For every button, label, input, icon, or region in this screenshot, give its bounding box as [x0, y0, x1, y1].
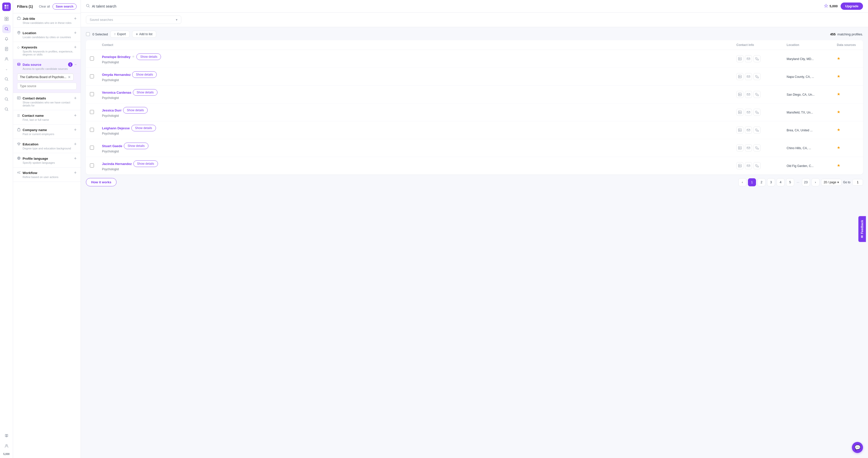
linkedin-icon-4[interactable] — [736, 127, 743, 134]
clear-all-button[interactable]: Clear all — [39, 5, 50, 8]
how-it-works-button[interactable]: How it works — [86, 178, 117, 186]
email-icon-6[interactable] — [745, 162, 752, 169]
contact-name-4[interactable]: Leighann Dejesse — [102, 126, 130, 130]
linkedin-icon-3[interactable] — [736, 109, 743, 116]
prev-page-button[interactable]: ‹ — [738, 178, 746, 186]
sidebar-icon-search[interactable] — [2, 25, 11, 33]
show-details-button-2[interactable]: Show details — [133, 89, 157, 96]
add-to-list-button[interactable]: ≡ Add to list — [132, 31, 156, 38]
filter-location-add[interactable]: + — [74, 31, 76, 35]
select-all-checkbox[interactable] — [86, 32, 90, 36]
phone-icon-5[interactable] — [753, 144, 761, 152]
sidebar-icon-doc[interactable] — [2, 45, 11, 53]
page-2-button[interactable]: 2 — [757, 178, 766, 186]
sidebar-icon-search4[interactable] — [2, 95, 11, 103]
linkedin-icon-6[interactable] — [736, 162, 743, 169]
linkedin-icon-2[interactable] — [736, 91, 743, 98]
sidebar-icon-person2[interactable] — [2, 442, 11, 450]
filter-contact-details-add[interactable]: + — [74, 96, 76, 100]
phone-icon-0[interactable] — [753, 55, 761, 62]
filter-item-keywords[interactable]: ◇ Keywords + Specific keywords in profil… — [13, 42, 81, 59]
email-icon-1[interactable] — [745, 73, 752, 80]
export-button[interactable]: ↑ Export — [110, 31, 130, 38]
filter-item-contact-details[interactable]: Contact details + Show candidates who we… — [13, 93, 81, 110]
filter-item-data-source[interactable]: Data source 1 − Access to specific candi… — [13, 59, 81, 73]
contact-name-1[interactable]: Omyda Hernandez — [102, 73, 131, 76]
filter-profile-language-add[interactable]: + — [74, 156, 76, 161]
sidebar-icon-bell[interactable] — [2, 35, 11, 43]
filter-job-title-add[interactable]: + — [74, 16, 76, 21]
contact-name-2[interactable]: Veronica Cardenas — [102, 91, 131, 94]
upgrade-button[interactable]: Upgrade — [841, 2, 863, 10]
filter-item-education[interactable]: Education + Degree type and education ba… — [13, 139, 81, 153]
filter-workflow-add[interactable]: + — [74, 170, 76, 175]
sidebar-icon-grid[interactable] — [2, 14, 11, 23]
saved-searches-select[interactable]: Saved searches ▾ — [86, 15, 181, 24]
filter-item-workflow[interactable]: Workflow + Refine based on user actions — [13, 167, 81, 182]
filter-datasource-collapse[interactable]: − — [74, 63, 76, 67]
show-details-button-6[interactable]: Show details — [133, 160, 158, 167]
svg-rect-52 — [739, 112, 739, 113]
email-icon-4[interactable] — [745, 127, 752, 134]
filter-company-name-add[interactable]: + — [74, 128, 76, 132]
phone-icon-4[interactable] — [753, 127, 761, 134]
page-23-button[interactable]: 23 — [802, 178, 810, 186]
row-checkbox-5[interactable] — [90, 145, 94, 150]
sidebar-icon-search2[interactable] — [2, 75, 11, 84]
show-details-button-5[interactable]: Show details — [124, 143, 149, 149]
per-page-select[interactable]: 20 / page ▾ — [821, 179, 842, 186]
sidebar-icon-chevron[interactable]: ⌄ — [2, 65, 11, 73]
show-details-button-4[interactable]: Show details — [131, 125, 156, 131]
email-icon-0[interactable] — [745, 55, 752, 62]
email-icon-2[interactable] — [745, 91, 752, 98]
goto-input[interactable] — [852, 179, 863, 186]
filter-keywords-label: Keywords — [22, 45, 37, 49]
filter-education-add[interactable]: + — [74, 142, 76, 146]
next-page-button[interactable]: › — [811, 178, 819, 186]
row-checkbox-6[interactable] — [90, 163, 94, 167]
row-checkbox-2[interactable] — [90, 92, 94, 96]
datasource-remove-button[interactable]: ✕ — [68, 75, 71, 79]
show-details-button-1[interactable]: Show details — [132, 71, 157, 78]
show-details-button-0[interactable]: Show details — [136, 54, 161, 60]
row-checkbox-4[interactable] — [90, 128, 94, 132]
filter-keywords-add[interactable]: + — [74, 45, 76, 50]
show-details-button-3[interactable]: Show details — [123, 107, 148, 113]
linkedin-icon-5[interactable] — [736, 144, 743, 152]
app-logo[interactable] — [2, 2, 11, 11]
ai-talent-search-input[interactable] — [92, 4, 824, 8]
filter-item-contact-name[interactable]: ☰ Contact name + First, last or full nam… — [13, 110, 81, 125]
linkedin-icon-0[interactable] — [736, 55, 743, 62]
row-checkbox-1[interactable] — [90, 74, 94, 78]
filter-item-location[interactable]: Location + Locate candidates by cities o… — [13, 28, 81, 42]
type-source-input[interactable] — [17, 83, 76, 90]
save-search-button[interactable]: Save search — [53, 3, 76, 9]
page-5-button[interactable]: 5 — [786, 178, 794, 186]
contact-name-3[interactable]: Jessica Durr — [102, 108, 122, 112]
filter-item-profile-language[interactable]: Profile language + Specify spoken langua… — [13, 153, 81, 167]
phone-icon-1[interactable] — [753, 73, 761, 80]
page-4-button[interactable]: 4 — [777, 178, 785, 186]
filter-contact-name-add[interactable]: + — [74, 113, 76, 118]
contact-name-0[interactable]: Penelope Brindley — [102, 55, 130, 59]
page-1-button[interactable]: 1 — [748, 178, 756, 186]
feedback-button[interactable]: ✉ Feedback — [858, 216, 866, 242]
email-icon-5[interactable] — [745, 144, 752, 152]
chat-button[interactable]: 💬 — [852, 442, 863, 453]
phone-icon-6[interactable] — [753, 162, 761, 169]
sidebar-icon-person[interactable] — [2, 55, 11, 63]
email-icon-3[interactable] — [745, 109, 752, 116]
sidebar-icon-search5[interactable] — [2, 105, 11, 113]
phone-icon-2[interactable] — [753, 91, 761, 98]
contact-name-6[interactable]: Jacinda Hernandez — [102, 162, 132, 166]
row-checkbox-3[interactable] — [90, 110, 94, 114]
row-checkbox-0[interactable] — [90, 57, 94, 61]
phone-icon-3[interactable] — [753, 109, 761, 116]
sidebar-icon-search3[interactable] — [2, 85, 11, 93]
filter-item-company-name[interactable]: Company name + Past or current employers — [13, 125, 81, 139]
filter-item-job-title[interactable]: Job title + Show candidates who are in t… — [13, 13, 81, 28]
linkedin-icon-1[interactable] — [736, 73, 743, 80]
page-3-button[interactable]: 3 — [767, 178, 775, 186]
contact-name-5[interactable]: Stuart Gaede — [102, 144, 122, 148]
sidebar-icon-book[interactable] — [2, 432, 11, 440]
